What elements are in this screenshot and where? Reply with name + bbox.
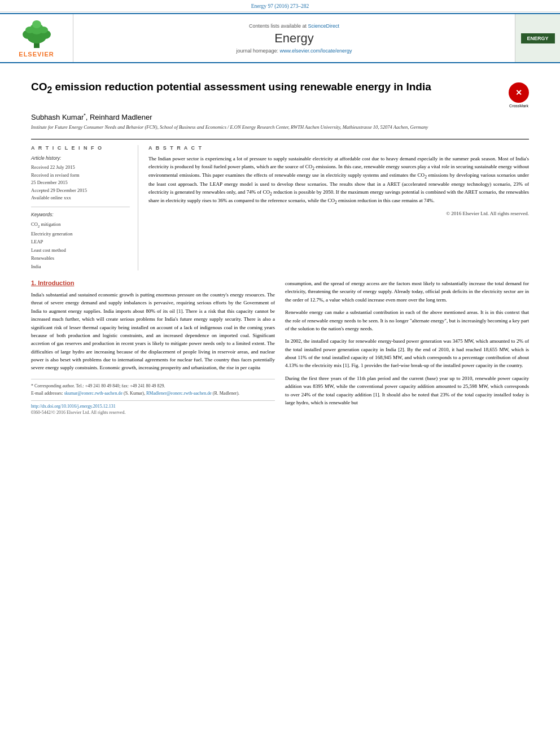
journal-title-section: Contents lists available at ScienceDirec… bbox=[73, 14, 515, 62]
citation-text: Energy 97 (2016) 273–282 bbox=[251, 3, 309, 9]
svg-point-7 bbox=[32, 20, 41, 28]
email-addresses: E-mail addresses: skumar@eonerc.rwth-aac… bbox=[31, 390, 275, 397]
crossmark-icon: ✕ bbox=[509, 82, 529, 103]
right-body-column: consumption, and the spread of energy ac… bbox=[285, 279, 529, 416]
corresponding-author: * Corresponding author. Tel.: +49 241 80… bbox=[31, 383, 275, 390]
content-area: CO2 emission reduction potential assessm… bbox=[0, 63, 560, 426]
doi-link[interactable]: http://dx.doi.org/10.1016/j.energy.2015.… bbox=[31, 404, 275, 409]
article-history: Article history: Received 22 July 2015 R… bbox=[31, 155, 130, 207]
footnote-section: * Corresponding author. Tel.: +49 241 80… bbox=[31, 379, 275, 397]
elsevier-logo: ELSEVIER bbox=[14, 19, 59, 58]
elsevier-logo-section: ELSEVIER bbox=[0, 14, 73, 62]
energy-logo-box: ENERGY bbox=[521, 33, 555, 43]
crossmark-badge: ✕ CrossMark bbox=[509, 82, 529, 108]
keywords-section: Keywords: CO2 mitigation Electricity gen… bbox=[31, 212, 130, 270]
sciencedirect-link[interactable]: ScienceDirect bbox=[308, 23, 340, 29]
journal-header: ELSEVIER Contents lists available at Sci… bbox=[0, 13, 560, 63]
abstract-label: A B S T R A C T bbox=[148, 145, 529, 151]
crossmark-label: CrossMark bbox=[509, 104, 529, 108]
left-body-column: 1. Introduction India's substantial and … bbox=[31, 279, 275, 416]
right-paragraph3: In 2002, the installed capacity for rene… bbox=[285, 337, 529, 370]
right-paragraph1: consumption, and the spread of energy ac… bbox=[285, 279, 529, 304]
svg-point-5 bbox=[25, 27, 34, 33]
elsevier-brand-text: ELSEVIER bbox=[19, 51, 54, 58]
citation-bar: Energy 97 (2016) 273–282 bbox=[0, 0, 560, 12]
available-online: Available online xxx bbox=[31, 194, 130, 202]
keyword-renewables: Renewables bbox=[31, 254, 130, 262]
copyright-line: © 2016 Elsevier Ltd. All rights reserved… bbox=[148, 211, 529, 216]
elsevier-tree-icon bbox=[14, 19, 59, 50]
received-date: Received 22 July 2015 bbox=[31, 164, 130, 172]
keyword-india: India bbox=[31, 263, 130, 270]
revised-date: 25 December 2015 bbox=[31, 179, 130, 187]
right-paragraph2: Renewable energy can make a substantial … bbox=[285, 308, 529, 333]
article-title-section: CO2 emission reduction potential assessm… bbox=[31, 80, 529, 108]
keyword-co2: CO2 mitigation bbox=[31, 220, 130, 230]
keyword-least-cost: Least cost method bbox=[31, 246, 130, 254]
right-paragraph4: During the first three years of the 11th… bbox=[285, 374, 529, 407]
article-info-abstract-section: A R T I C L E I N F O Article history: R… bbox=[31, 139, 529, 270]
received-revised-label: Received in revised form bbox=[31, 172, 130, 180]
article-info-column: A R T I C L E I N F O Article history: R… bbox=[31, 145, 138, 270]
intro-paragraph1: India's substantial and sustained econom… bbox=[31, 291, 275, 372]
article-info-label: A R T I C L E I N F O bbox=[31, 145, 130, 151]
affiliation: Institute for Future Energy Consumer Nee… bbox=[31, 124, 529, 131]
authors: Subhash Kumar*, Reinhard Madlener bbox=[31, 112, 529, 121]
introduction-heading: 1. Introduction bbox=[31, 279, 275, 286]
energy-logo-section: ENERGY bbox=[515, 14, 560, 62]
accepted-date: Accepted 29 December 2015 bbox=[31, 187, 130, 195]
bottom-copyright: 0360-5442/© 2016 Elsevier Ltd. All right… bbox=[31, 410, 275, 415]
history-label: Article history: bbox=[31, 155, 130, 161]
keywords-label: Keywords: bbox=[31, 212, 130, 217]
homepage-line: journal homepage: www.elsevier.com/locat… bbox=[236, 48, 352, 54]
contents-line: Contents lists available at ScienceDirec… bbox=[249, 23, 339, 29]
abstract-text: The Indian power sector is experiencing … bbox=[148, 155, 529, 206]
email2[interactable]: RMadlener@eonerc.rwth-aachen.de bbox=[146, 391, 212, 396]
keyword-electricity: Electricity generation bbox=[31, 230, 130, 238]
article-title: CO2 emission reduction potential assessm… bbox=[31, 80, 502, 96]
bottom-bar: http://dx.doi.org/10.1016/j.energy.2015.… bbox=[31, 400, 275, 415]
keyword-leap: LEAP bbox=[31, 238, 130, 246]
abstract-column: A B S T R A C T The Indian power sector … bbox=[148, 145, 529, 270]
journal-name: Energy bbox=[274, 31, 314, 46]
email1[interactable]: skumar@eonerc.rwth-aachen.de bbox=[64, 391, 123, 396]
svg-point-6 bbox=[39, 27, 48, 33]
main-content: 1. Introduction India's substantial and … bbox=[31, 279, 529, 416]
homepage-url[interactable]: www.elsevier.com/locate/energy bbox=[280, 48, 352, 54]
